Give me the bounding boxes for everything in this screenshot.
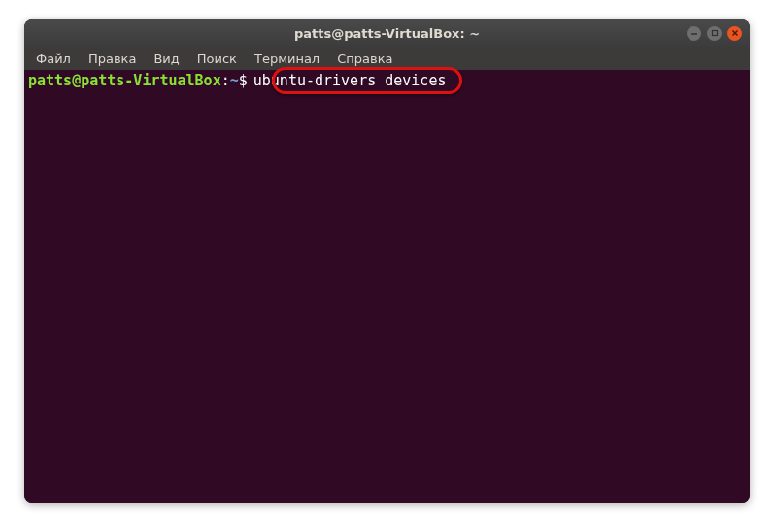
command-input: ubuntu-drivers devices xyxy=(253,72,447,91)
titlebar: patts@patts-VirtualBox: ~ xyxy=(24,19,750,47)
maximize-button[interactable] xyxy=(707,26,722,41)
minimize-button[interactable] xyxy=(687,26,701,41)
terminal-window: patts@patts-VirtualBox: ~ Файл Правка Ви… xyxy=(24,19,750,503)
maximize-icon xyxy=(711,29,719,37)
window-controls xyxy=(687,26,742,41)
menu-file[interactable]: Файл xyxy=(28,50,79,68)
menu-help[interactable]: Справка xyxy=(329,50,400,68)
prompt-line: patts@patts-VirtualBox:~$ ubuntu-drivers… xyxy=(28,72,746,91)
menu-search[interactable]: Поиск xyxy=(189,50,245,68)
prompt-user-host: patts@patts-VirtualBox xyxy=(28,72,221,91)
menu-edit[interactable]: Правка xyxy=(81,50,144,68)
window-title: patts@patts-VirtualBox: ~ xyxy=(294,26,480,41)
minimize-icon xyxy=(690,29,698,37)
menu-view[interactable]: Вид xyxy=(146,50,186,68)
close-button[interactable] xyxy=(727,26,742,41)
prompt-colon: : xyxy=(221,72,230,91)
prompt-path: ~ xyxy=(230,72,239,91)
prompt-symbol: $ xyxy=(239,72,248,91)
svg-rect-1 xyxy=(712,31,717,36)
menubar: Файл Правка Вид Поиск Терминал Справка xyxy=(24,47,750,70)
menu-terminal[interactable]: Терминал xyxy=(247,50,327,68)
close-icon xyxy=(731,29,739,37)
terminal-body[interactable]: patts@patts-VirtualBox:~$ ubuntu-drivers… xyxy=(24,70,750,503)
